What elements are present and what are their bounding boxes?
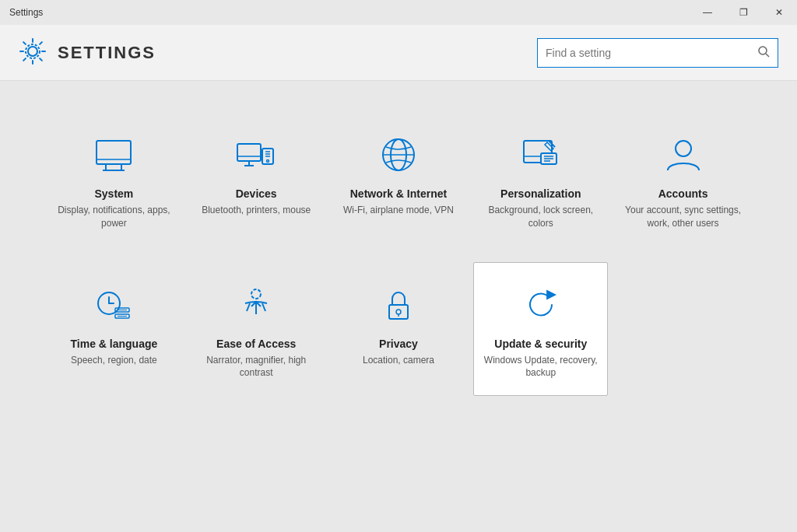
update-icon — [518, 282, 564, 328]
svg-rect-4 — [97, 141, 131, 164]
privacy-desc: Location, camera — [363, 354, 434, 367]
svg-point-14 — [267, 160, 269, 163]
title-bar: Settings — ❐ ✕ — [0, 0, 797, 25]
accounts-name: Accounts — [658, 187, 708, 200]
minimize-button[interactable]: — — [690, 0, 725, 25]
personalization-desc: Background, lock screen, colors — [482, 204, 599, 230]
ease-desc: Narrator, magnifier, high contrast — [198, 354, 315, 380]
svg-marker-41 — [547, 291, 555, 299]
main-content: System Display, notifications, apps, pow… — [0, 81, 797, 411]
svg-point-0 — [28, 47, 37, 56]
ease-icon — [233, 282, 279, 328]
svg-line-3 — [766, 54, 769, 57]
svg-point-39 — [396, 310, 401, 314]
settings-row-2: Time & language Speech, region, date Eas… — [47, 262, 750, 397]
update-tile[interactable]: Update & security Windows Update, recove… — [473, 262, 608, 397]
settings-row-1: System Display, notifications, apps, pow… — [47, 112, 750, 247]
accounts-desc: Your account, sync settings, work, other… — [624, 204, 742, 230]
ease-name: Ease of Access — [216, 338, 296, 350]
svg-point-2 — [759, 47, 767, 54]
svg-rect-38 — [389, 305, 408, 319]
svg-line-36 — [247, 303, 250, 311]
devices-name: Devices — [236, 187, 277, 200]
time-icon — [90, 282, 137, 328]
network-name: Network & Internet — [350, 187, 447, 200]
update-desc: Windows Update, recovery, backup — [482, 354, 599, 380]
accounts-tile[interactable]: Accounts Your account, sync settings, wo… — [616, 112, 750, 247]
svg-point-35 — [251, 289, 261, 299]
header-left: SETTINGS — [19, 37, 156, 68]
update-name: Update & security — [494, 338, 587, 350]
system-name: System — [94, 187, 133, 200]
devices-icon — [233, 131, 279, 178]
network-desc: Wi-Fi, airplane mode, VPN — [343, 204, 454, 217]
header-title: SETTINGS — [58, 43, 156, 63]
time-tile[interactable]: Time & language Speech, region, date — [47, 262, 181, 397]
search-box[interactable] — [537, 38, 778, 68]
svg-line-37 — [262, 303, 265, 311]
time-name: Time & language — [71, 338, 158, 350]
ease-tile[interactable]: Ease of Access Narrator, magnifier, high… — [189, 262, 324, 397]
accounts-icon — [660, 131, 707, 178]
privacy-name: Privacy — [379, 338, 418, 350]
close-button[interactable]: ✕ — [761, 0, 797, 25]
network-tile[interactable]: Network & Internet Wi-Fi, airplane mode,… — [332, 112, 466, 247]
header: SETTINGS — [0, 25, 797, 81]
title-bar-text: Settings — [9, 7, 43, 18]
system-desc: Display, notifications, apps, power — [55, 204, 173, 230]
system-icon — [90, 131, 137, 178]
svg-point-27 — [676, 141, 691, 156]
personalization-tile[interactable]: Personalization Background, lock screen,… — [473, 112, 608, 247]
title-bar-left: Settings — [9, 7, 43, 18]
devices-desc: Bluetooth, printers, mouse — [202, 204, 311, 217]
empty-slot — [616, 262, 750, 397]
time-desc: Speech, region, date — [71, 354, 157, 367]
system-tile[interactable]: System Display, notifications, apps, pow… — [47, 112, 181, 247]
title-bar-controls: — ❐ ✕ — [690, 0, 797, 25]
settings-gear-icon — [19, 37, 47, 68]
svg-rect-9 — [237, 144, 261, 161]
privacy-tile[interactable]: Privacy Location, camera — [332, 262, 466, 397]
privacy-icon — [375, 282, 422, 328]
network-icon — [375, 131, 422, 178]
devices-tile[interactable]: Devices Bluetooth, printers, mouse — [189, 112, 324, 247]
personalization-name: Personalization — [500, 187, 581, 200]
search-icon — [757, 45, 770, 60]
maximize-button[interactable]: ❐ — [725, 0, 761, 25]
search-input[interactable] — [546, 47, 757, 59]
personalization-icon — [518, 131, 564, 178]
